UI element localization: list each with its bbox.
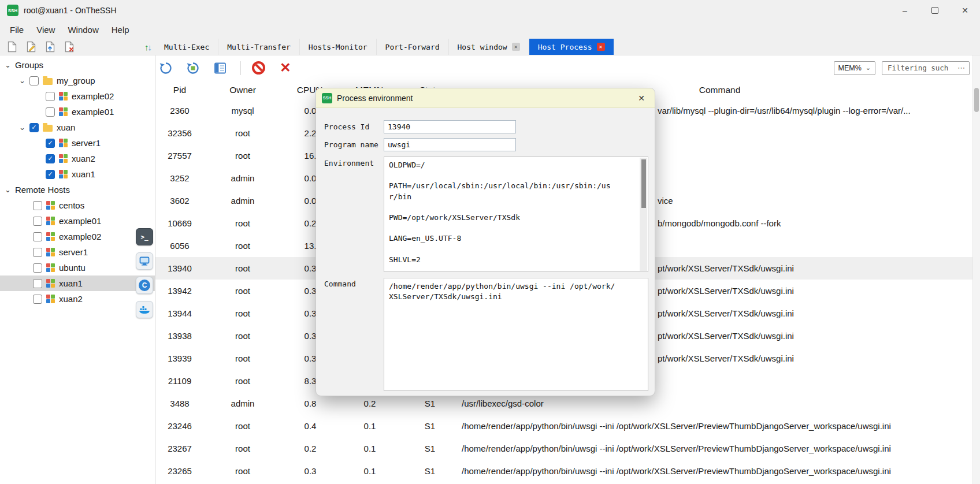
monitor-button[interactable] — [136, 252, 153, 270]
process-row[interactable]: 23246root0.40.1S1/home/render/app/python… — [155, 415, 980, 437]
program-name-field[interactable] — [384, 138, 516, 151]
menu-window[interactable]: Window — [61, 23, 105, 37]
auto-refresh-icon[interactable] — [185, 60, 201, 76]
checkbox[interactable] — [33, 295, 42, 304]
filter-input[interactable] — [886, 63, 955, 73]
checkbox[interactable] — [33, 232, 42, 241]
tab-port-forward[interactable]: Port-Forward — [377, 39, 449, 55]
cell-pid: 3252 — [155, 173, 204, 183]
tree-item-label: ubuntu — [59, 263, 86, 273]
tab-multi-transfer[interactable]: Multi-Transfer — [218, 39, 300, 55]
tree-item-server1[interactable]: server1 — [0, 244, 155, 260]
chevron-down-icon: ⌄ — [5, 186, 11, 193]
tree-item-label: server1 — [72, 138, 101, 148]
checkbox[interactable] — [33, 248, 42, 257]
c-compiler-button[interactable]: C — [136, 277, 153, 294]
tree-item-server1[interactable]: ✓server1 — [0, 135, 155, 151]
tab-close-icon[interactable]: ✕ — [597, 43, 605, 51]
cell-owner: root — [204, 286, 281, 296]
filter-menu-icon[interactable]: ⋯ — [957, 64, 965, 72]
session-toolbar: ↑ ↓ — [0, 39, 155, 55]
scrollbar-thumb[interactable] — [974, 88, 979, 112]
checkbox[interactable] — [33, 217, 42, 226]
close-button[interactable]: ✕ — [950, 0, 980, 21]
tab-multi-exec[interactable]: Multi-Exec — [155, 39, 218, 55]
new-session-icon[interactable] — [6, 41, 17, 53]
delete-session-icon[interactable] — [63, 41, 75, 53]
terminal-button[interactable]: >_ — [136, 228, 153, 245]
host-icon — [59, 154, 68, 163]
menu-file[interactable]: File — [3, 23, 30, 37]
tab-host-window[interactable]: Host window✕ — [449, 39, 529, 55]
tree-item-centos[interactable]: centos — [0, 198, 155, 213]
dialog-close-button[interactable]: ✕ — [634, 94, 649, 103]
sidebar-tree: ⌄Groups⌄my_groupexample02example01⌄✓xuan… — [0, 55, 155, 307]
cell-command: /home/render/app/python/bin/uwsgi --ini … — [459, 466, 980, 476]
menu-view[interactable]: View — [30, 23, 61, 37]
red-x-icon: ✕ — [280, 61, 291, 75]
checkbox[interactable]: ✓ — [29, 123, 39, 132]
cell-owner: root — [204, 128, 281, 138]
tree-item-xuan1[interactable]: xuan1 — [0, 275, 155, 291]
tab-close-icon[interactable]: ✕ — [512, 43, 520, 51]
menu-help[interactable]: Help — [105, 23, 136, 37]
tree-item-example01[interactable]: example01 — [0, 104, 155, 120]
detail-columns-icon[interactable] — [212, 60, 228, 76]
cell-pid: 23246 — [155, 421, 204, 431]
tab-hosts-monitor[interactable]: Hosts-Monitor — [300, 39, 377, 55]
environment-text: OLDPWD=/ PATH=/usr/local/sbin:/usr/local… — [389, 160, 619, 265]
checkbox[interactable]: ✓ — [46, 154, 55, 163]
tree-item-example01[interactable]: example01 — [0, 213, 155, 229]
dialog-title-bar[interactable]: SSH Process environment ✕ — [316, 88, 655, 108]
checkbox[interactable] — [33, 201, 42, 210]
transfer-icon[interactable]: ↑ ↓ — [144, 42, 151, 52]
cell-owner: admin — [204, 196, 281, 206]
tree-item-xuan[interactable]: ⌄✓xuan — [0, 120, 155, 135]
upload-session-icon[interactable] — [44, 41, 55, 53]
cell-pid: 3602 — [155, 196, 204, 206]
cell-mem: 0.1 — [339, 466, 400, 476]
sort-dropdown[interactable]: MEM% ⌄ — [834, 61, 876, 75]
process-id-field[interactable] — [384, 120, 516, 133]
window-title: root@xuan1 - OnTheSSH — [24, 6, 117, 15]
docker-button[interactable] — [136, 301, 153, 318]
filter-box[interactable]: ⋯ — [882, 61, 970, 75]
tree-item-my-group[interactable]: ⌄my_group — [0, 73, 155, 88]
tree-section-groups[interactable]: ⌄Groups — [0, 57, 155, 73]
cell-owner: root — [204, 241, 281, 251]
column-header-owner[interactable]: Owner — [204, 85, 281, 95]
host-icon — [46, 295, 55, 303]
command-textarea[interactable]: /home/render/app/python/bin/uwsgi --ini … — [384, 278, 648, 391]
checkbox[interactable] — [29, 76, 39, 85]
tree-item-xuan1[interactable]: ✓xuan1 — [0, 166, 155, 182]
environment-scrollbar-thumb[interactable] — [641, 159, 646, 208]
tree-item-ubuntu[interactable]: ubuntu — [0, 260, 155, 275]
cell-state: S1 — [400, 466, 459, 476]
environment-textarea[interactable]: OLDPWD=/ PATH=/usr/local/sbin:/usr/local… — [384, 157, 648, 272]
process-row[interactable]: 23267root0.20.1S1/home/render/app/python… — [155, 437, 980, 460]
process-row[interactable]: 23265root0.30.1S1/home/render/app/python… — [155, 460, 980, 482]
checkbox[interactable]: ✓ — [46, 139, 55, 148]
maximize-button[interactable] — [920, 0, 950, 21]
edit-session-icon[interactable] — [25, 41, 36, 53]
tree-section-remote-hosts[interactable]: ⌄Remote Hosts — [0, 182, 155, 198]
checkbox[interactable] — [46, 92, 55, 101]
kill-process-icon[interactable]: ✕ — [277, 60, 294, 76]
refresh-icon[interactable] — [158, 60, 174, 76]
checkbox[interactable]: ✓ — [46, 170, 55, 179]
kill-signal-icon[interactable] — [250, 60, 266, 76]
checkbox[interactable] — [46, 107, 55, 117]
tab-host-process[interactable]: Host Process✕ — [529, 39, 614, 55]
cell-pid: 10669 — [155, 218, 204, 228]
checkbox[interactable] — [33, 263, 42, 273]
environment-scrollbar[interactable] — [640, 158, 647, 271]
vertical-scrollbar[interactable] — [972, 55, 980, 484]
column-header-pid[interactable]: Pid — [155, 85, 204, 95]
tree-item-example02[interactable]: example02 — [0, 88, 155, 104]
checkbox[interactable] — [33, 279, 42, 288]
tree-item-xuan2[interactable]: ✓xuan2 — [0, 151, 155, 166]
tree-item-xuan2[interactable]: xuan2 — [0, 291, 155, 307]
minimize-button[interactable]: – — [890, 0, 920, 21]
tree-item-label: example01 — [72, 107, 114, 117]
tree-item-example02[interactable]: example02 — [0, 229, 155, 244]
